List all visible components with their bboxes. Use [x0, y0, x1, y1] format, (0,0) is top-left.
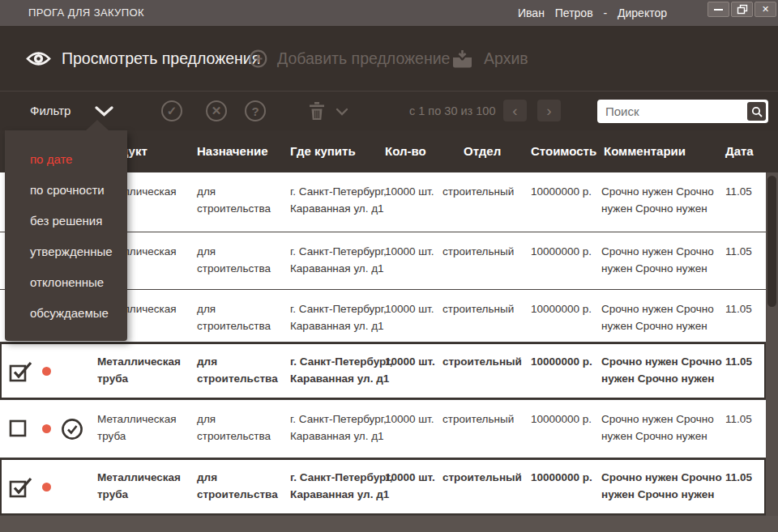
cell-cost: 10000000 р.: [531, 353, 601, 370]
filter-dropdown-trigger[interactable]: Фильтр: [30, 92, 71, 130]
bottom-bar: [0, 516, 778, 532]
cell-cost: 10000000 р.: [531, 183, 601, 200]
cell-department: строительный: [442, 353, 528, 370]
cell-where: г. Санкт-Петербург, Караванная ул. д1: [290, 353, 397, 387]
cell-comment: Срочно нужен Срочно нужен Срочно нужен: [601, 243, 729, 277]
row-checkbox-checked[interactable]: [9, 343, 33, 399]
column-header-cost: Стоимость: [531, 130, 596, 172]
cell-comment: Срочно нужен Срочно нужен Срочно нужен: [601, 300, 729, 334]
reject-selected-button[interactable]: ✕: [206, 100, 227, 121]
cell-department: строительный: [442, 300, 528, 317]
close-button[interactable]: ✕: [754, 2, 776, 17]
nav-bar: Просмотреть предложения Добавить предлож…: [0, 26, 778, 92]
cell-where: г. Санкт-Петербург, Караванная ул. д1: [290, 411, 397, 445]
table-row[interactable]: Металлическая труба для строительства г.…: [0, 400, 766, 458]
cell-department: строительный: [442, 411, 528, 428]
title-bar: ПРОГА ДЛЯ ЗАКУПОК Иван Петров - Директор…: [0, 0, 778, 26]
search-button[interactable]: [747, 102, 766, 121]
urgency-dot: [42, 400, 51, 458]
search-box: [597, 100, 768, 123]
nav-add-offer-label: Добавить предложение: [277, 49, 450, 68]
column-header-date: Дата: [725, 130, 754, 172]
approve-selected-button[interactable]: ✓: [161, 100, 182, 121]
window-controls: ✕: [707, 2, 776, 17]
chevron-down-icon[interactable]: [95, 106, 113, 117]
column-header-comments: Комментарии: [604, 130, 686, 172]
user-info: Иван Петров - Директор: [518, 0, 667, 26]
filter-menu-pointer: [86, 120, 109, 130]
cell-product: Металлическая труба: [97, 353, 188, 387]
cell-department: строительный: [442, 183, 528, 200]
help-button[interactable]: ?: [245, 100, 266, 121]
nav-view-offers[interactable]: Просмотреть предложения: [26, 26, 260, 91]
filter-option-by-urgency[interactable]: по срочности: [5, 175, 127, 206]
nav-add-offer[interactable]: Добавить предложение: [249, 26, 450, 91]
cell-comment: Срочно нужен Срочно нужен Срочно нужен: [601, 469, 729, 503]
filter-dropdown-menu: по дате по срочности без решения утвержд…: [5, 130, 127, 341]
row-checkbox[interactable]: [9, 400, 28, 458]
urgency-dot: [42, 458, 51, 515]
cell-date: 11.05: [725, 469, 764, 486]
restore-icon: [737, 4, 748, 15]
cell-purpose: для строительства: [197, 300, 280, 334]
cell-quantity: 10000 шт.: [385, 411, 442, 428]
cell-quantity: 10000 шт.: [385, 300, 442, 317]
nav-archive-label: Архив: [484, 49, 528, 68]
plus-circle-icon: [249, 49, 267, 68]
scrollbar-track[interactable]: [766, 172, 778, 516]
cell-purpose: для строительства: [197, 183, 280, 217]
cell-purpose: для строительства: [197, 469, 280, 503]
cell-date: 11.05: [725, 411, 764, 428]
column-header-quantity: Кол-во: [385, 130, 426, 172]
cell-date: 11.05: [725, 243, 764, 260]
next-page-button[interactable]: ›: [537, 100, 561, 121]
urgency-dot: [42, 343, 51, 399]
restore-button[interactable]: [731, 2, 753, 17]
column-header-department: Отдел: [464, 130, 501, 172]
filter-option-by-date[interactable]: по дате: [5, 144, 127, 175]
cell-cost: 10000000 р.: [531, 469, 601, 486]
column-header-where-to-buy: Где купить: [290, 130, 356, 172]
table-row-selected[interactable]: Металлическая труба для строительства г.…: [0, 458, 766, 516]
cell-department: строительный: [442, 469, 528, 486]
app-title: ПРОГА ДЛЯ ЗАКУПОК: [28, 0, 144, 26]
cell-cost: 10000000 р.: [531, 300, 601, 317]
cell-quantity: 10000 шт.: [385, 353, 442, 370]
cell-department: строительный: [442, 243, 528, 260]
cell-date: 11.05: [725, 183, 764, 200]
cell-quantity: 10000 шт.: [385, 243, 442, 260]
minimize-button[interactable]: [707, 2, 729, 17]
checkbox-icon: [9, 419, 28, 439]
cell-purpose: для строительства: [197, 353, 280, 387]
cell-cost: 10000000 р.: [531, 243, 601, 260]
cell-comment: Срочно нужен Срочно нужен Срочно нужен: [601, 411, 729, 445]
prev-page-button[interactable]: ‹: [503, 100, 527, 121]
cell-product: Металлическая труба: [97, 411, 188, 445]
approved-status: [61, 400, 83, 458]
cell-where: г. Санкт-Петербург, Караванная ул. д1: [290, 300, 397, 334]
trash-icon: [309, 101, 325, 121]
filter-option-rejected[interactable]: отклоненные: [5, 267, 127, 298]
archive-icon: [451, 49, 474, 68]
pagination-status: с 1 по 30 из 100: [409, 92, 495, 130]
cell-where: г. Санкт-Петербург, Караванная ул. д1: [290, 243, 397, 277]
minimize-icon: [714, 9, 723, 11]
filter-option-discussed[interactable]: обсуждаемые: [5, 298, 127, 329]
delete-button[interactable]: [309, 101, 325, 121]
table-row-selected[interactable]: Металлическая труба для строительства г.…: [0, 343, 766, 400]
cell-purpose: для строительства: [197, 411, 280, 445]
cell-product: Металлическая труба: [97, 469, 188, 503]
cell-comment: Срочно нужен Срочно нужен Срочно нужен: [601, 353, 729, 387]
cell-purpose: для строительства: [197, 243, 280, 277]
cell-cost: 10000000 р.: [531, 411, 601, 428]
filter-option-approved[interactable]: утвержденные: [5, 236, 127, 267]
delete-menu-chevron-icon[interactable]: [336, 108, 348, 116]
cell-quantity: 10000 шт.: [385, 183, 442, 200]
search-input[interactable]: [605, 100, 742, 123]
eye-icon: [26, 49, 51, 68]
app-window: ПРОГА ДЛЯ ЗАКУПОК Иван Петров - Директор…: [0, 0, 778, 532]
nav-archive[interactable]: Архив: [451, 26, 528, 91]
row-checkbox-checked[interactable]: [9, 458, 33, 515]
filter-option-no-decision[interactable]: без решения: [5, 206, 127, 236]
scrollbar-thumb[interactable]: [767, 176, 776, 307]
